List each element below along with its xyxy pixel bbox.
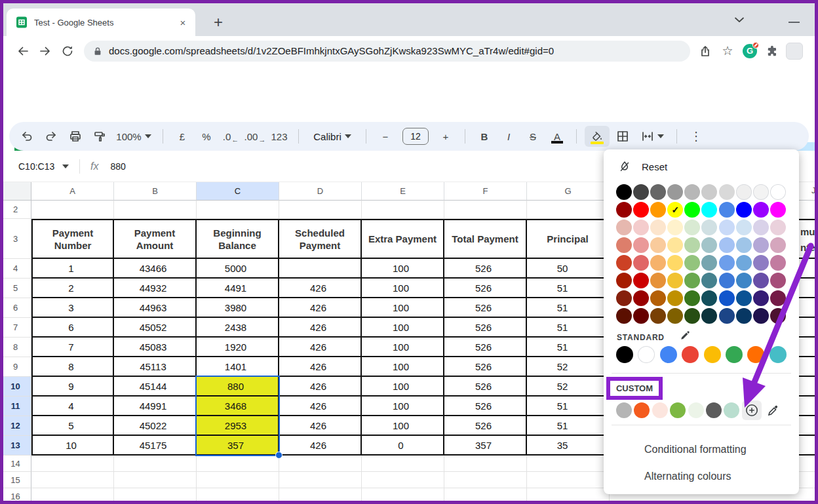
- color-swatch-ffff00[interactable]: ✓: [667, 202, 683, 218]
- color-swatch-efefef[interactable]: [736, 184, 752, 200]
- row-header-15[interactable]: 15: [0, 472, 31, 488]
- color-swatch-cfe2f3[interactable]: [736, 220, 752, 235]
- color-swatch-ff0000[interactable]: [633, 202, 649, 218]
- color-swatch-fff2cc[interactable]: [667, 220, 683, 235]
- color-swatch-e06666[interactable]: [633, 255, 649, 271]
- cell-D16[interactable]: [279, 488, 362, 504]
- color-swatch-a61c00[interactable]: [616, 273, 632, 288]
- borders-button[interactable]: [612, 126, 634, 147]
- cell-C6[interactable]: 3980: [197, 298, 279, 318]
- font-size-input[interactable]: 12: [402, 128, 429, 145]
- row-header-5[interactable]: 5: [0, 279, 31, 298]
- grammarly-extension-icon[interactable]: G: [739, 40, 761, 62]
- cell-F12[interactable]: 526: [444, 416, 527, 436]
- italic-button[interactable]: I: [497, 126, 520, 147]
- color-swatch-0c343d[interactable]: [701, 308, 717, 324]
- cell-B7[interactable]: 45052: [114, 318, 197, 338]
- color-swatch-ea9999[interactable]: [633, 237, 649, 253]
- custom-color-swatch-f45b1e[interactable]: [634, 402, 650, 418]
- color-swatch-274e13[interactable]: [684, 308, 700, 324]
- color-swatch-0000ff[interactable]: [736, 202, 752, 218]
- color-swatch-0b5394[interactable]: [736, 290, 752, 306]
- cell-F5[interactable]: 526: [444, 279, 527, 298]
- cell-D10[interactable]: 426: [279, 377, 362, 397]
- cell-G10[interactable]: 52: [527, 377, 610, 397]
- standard-color-swatch-ff6d01[interactable]: [747, 346, 764, 363]
- cell-B8[interactable]: 45083: [114, 338, 197, 357]
- alternating-colours-item[interactable]: Alternating colours: [604, 463, 799, 490]
- cell-A2[interactable]: [31, 201, 114, 219]
- cell-F11[interactable]: 526: [444, 397, 527, 416]
- color-swatch-f1c232[interactable]: [667, 273, 683, 288]
- cell-G4[interactable]: 50: [527, 259, 610, 279]
- color-swatch-d9d9d9[interactable]: [719, 184, 735, 200]
- fill-color-button[interactable]: [585, 126, 610, 147]
- header-cell-A3[interactable]: Payment Number: [31, 219, 114, 259]
- color-swatch-1c4587[interactable]: [719, 308, 735, 324]
- color-swatch-f3f3f3[interactable]: [753, 184, 769, 200]
- cell-E10[interactable]: 100: [362, 377, 444, 397]
- selection-fill-handle[interactable]: [275, 452, 282, 459]
- color-swatch-3d85c6[interactable]: [736, 273, 752, 288]
- cell-B11[interactable]: 44991: [114, 397, 197, 416]
- forward-button[interactable]: [34, 40, 56, 62]
- row-header-4[interactable]: 4: [0, 259, 31, 279]
- color-swatch-cccccc[interactable]: [701, 184, 717, 200]
- currency-format-button[interactable]: £: [171, 126, 193, 147]
- color-swatch-a64d79[interactable]: [770, 273, 786, 288]
- color-swatch-ff9900[interactable]: [650, 202, 666, 218]
- color-swatch-d9d2e9[interactable]: [753, 220, 769, 235]
- color-swatch-bf9000[interactable]: [667, 290, 683, 306]
- cell-A8[interactable]: 7: [31, 338, 114, 357]
- row-header-2[interactable]: 2: [0, 201, 31, 219]
- color-swatch-7f6000[interactable]: [667, 308, 683, 324]
- row-header-12[interactable]: 12: [0, 416, 31, 436]
- cell-G5[interactable]: 51: [527, 279, 610, 298]
- cell-G9[interactable]: 52: [527, 357, 610, 377]
- header-cell-B3[interactable]: Payment Amount: [114, 219, 197, 259]
- percent-format-button[interactable]: %: [195, 126, 218, 147]
- bold-button[interactable]: B: [473, 126, 496, 147]
- color-swatch-cc4125[interactable]: [616, 255, 632, 271]
- select-all-corner[interactable]: [0, 182, 31, 201]
- color-swatch-783f04[interactable]: [650, 308, 666, 324]
- color-swatch-ead1dc[interactable]: [770, 220, 786, 235]
- custom-color-swatch-7db843[interactable]: [670, 402, 686, 418]
- color-swatch-8e7cc3[interactable]: [753, 255, 769, 271]
- row-header-14[interactable]: 14: [0, 456, 31, 472]
- cell-E4[interactable]: 100: [362, 259, 444, 279]
- cell-B5[interactable]: 44932: [114, 279, 197, 298]
- cell-A13[interactable]: 10: [31, 436, 114, 456]
- cell-C10[interactable]: 880: [197, 377, 279, 397]
- color-swatch-4a86e8[interactable]: [719, 202, 735, 218]
- cell-D7[interactable]: 426: [279, 318, 362, 338]
- color-swatch-ffe599[interactable]: [667, 237, 683, 253]
- cell-B16[interactable]: [114, 488, 197, 504]
- row-header-7[interactable]: 7: [0, 318, 31, 338]
- url-bar[interactable]: docs.google.com/spreadsheets/d/1v2ZOeBFI…: [84, 41, 690, 62]
- column-header-E[interactable]: E: [362, 182, 444, 201]
- paint-format-button[interactable]: [88, 126, 111, 147]
- color-swatch-93c47d[interactable]: [684, 255, 700, 271]
- cell-E5[interactable]: 100: [362, 279, 444, 298]
- row-header-6[interactable]: 6: [0, 298, 31, 318]
- color-swatch-b4a7d6[interactable]: [753, 237, 769, 253]
- custom-color-swatch-b9decf[interactable]: [724, 402, 739, 418]
- color-swatch-c9daf8[interactable]: [719, 220, 735, 235]
- new-tab-button[interactable]: +: [208, 12, 228, 32]
- browser-tab[interactable]: Test - Google Sheets ×: [7, 9, 195, 36]
- eyedropper-icon[interactable]: [767, 404, 780, 417]
- merge-cells-button[interactable]: [636, 126, 669, 147]
- cell-F13[interactable]: 357: [444, 436, 527, 456]
- cell-C8[interactable]: 1920: [197, 338, 279, 357]
- cell-E9[interactable]: 100: [362, 357, 444, 377]
- color-swatch-76a5af[interactable]: [701, 255, 717, 271]
- undo-button[interactable]: [16, 126, 38, 147]
- cell-E12[interactable]: 100: [362, 416, 444, 436]
- cell-B2[interactable]: [114, 201, 197, 219]
- standard-color-swatch-46bdc6[interactable]: [769, 346, 787, 363]
- cell-E16[interactable]: [362, 488, 444, 504]
- color-swatch-666666[interactable]: [650, 184, 666, 200]
- column-header-F[interactable]: F: [444, 182, 527, 201]
- window-minimize-button[interactable]: [789, 22, 800, 23]
